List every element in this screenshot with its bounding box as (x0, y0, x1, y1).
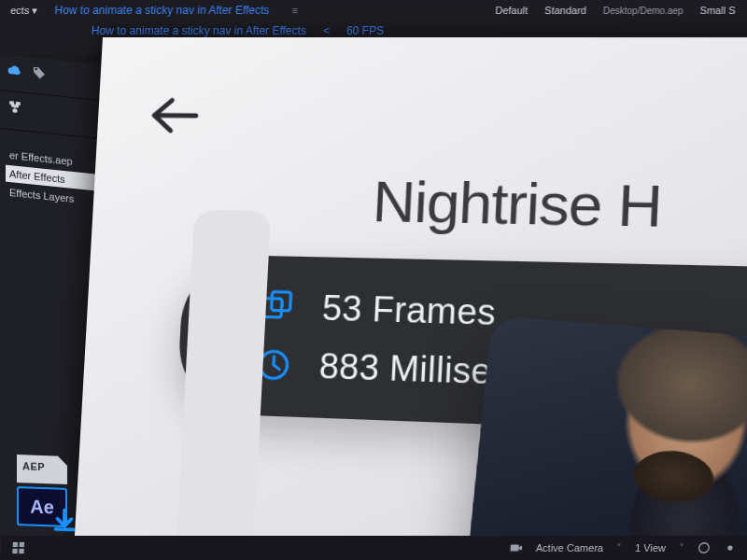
grid-icon[interactable] (11, 541, 25, 554)
workspace-small[interactable]: Small S (699, 5, 735, 16)
workspace-default[interactable]: Default (495, 5, 528, 16)
settings-icon[interactable] (723, 541, 737, 554)
svg-rect-5 (12, 549, 18, 553)
download-icon (50, 506, 78, 535)
composition-tab[interactable]: How to animate a sticky nav in After Eff… (54, 4, 270, 17)
back-button[interactable] (146, 93, 203, 137)
fps-caret-icon[interactable]: < (323, 24, 331, 37)
viewer-footer: Active Camera ˅ 1 View ˅ (0, 536, 747, 560)
page-title: Nightrise H (371, 168, 747, 243)
aep-download-badge[interactable]: AEP Ae (17, 455, 67, 527)
cloud-icon[interactable] (7, 63, 22, 79)
fps-indicator[interactable]: 60 FPS (346, 24, 385, 37)
arrow-left-icon (146, 93, 203, 137)
preview-viewport: Nightrise H 53 Frames 883 Milliseconds (74, 37, 747, 560)
project-files-list: er Effects.aep After Effects Effects Lay… (0, 129, 104, 229)
person-photo (466, 315, 747, 560)
active-camera-dropdown[interactable]: Active Camera (535, 542, 603, 553)
svg-rect-3 (13, 542, 19, 547)
preview-tab[interactable]: How to animate a sticky nav in After Eff… (91, 24, 306, 37)
svg-point-9 (727, 545, 733, 550)
after-effects-logo: Ae (17, 486, 67, 527)
svg-rect-4 (20, 542, 25, 547)
svg-point-8 (698, 543, 709, 553)
effects-menu[interactable]: ects ▾ (10, 4, 38, 16)
svg-rect-7 (511, 545, 519, 552)
file-path: Desktop/Demo.aep (603, 5, 684, 15)
workspace-standard[interactable]: Standard (544, 5, 586, 16)
views-dropdown[interactable]: 1 View (635, 542, 667, 553)
tag-icon[interactable] (32, 65, 47, 82)
file-ext-label: AEP (22, 460, 45, 472)
tab-overflow-icon[interactable]: ≡ (286, 5, 303, 16)
mask-icon[interactable] (697, 541, 711, 554)
svg-rect-6 (19, 549, 24, 553)
camera-icon[interactable] (509, 541, 523, 554)
flowchart-icon[interactable] (7, 99, 22, 116)
frames-value: 53 Frames (321, 288, 497, 334)
file-icon: AEP (17, 455, 67, 484)
